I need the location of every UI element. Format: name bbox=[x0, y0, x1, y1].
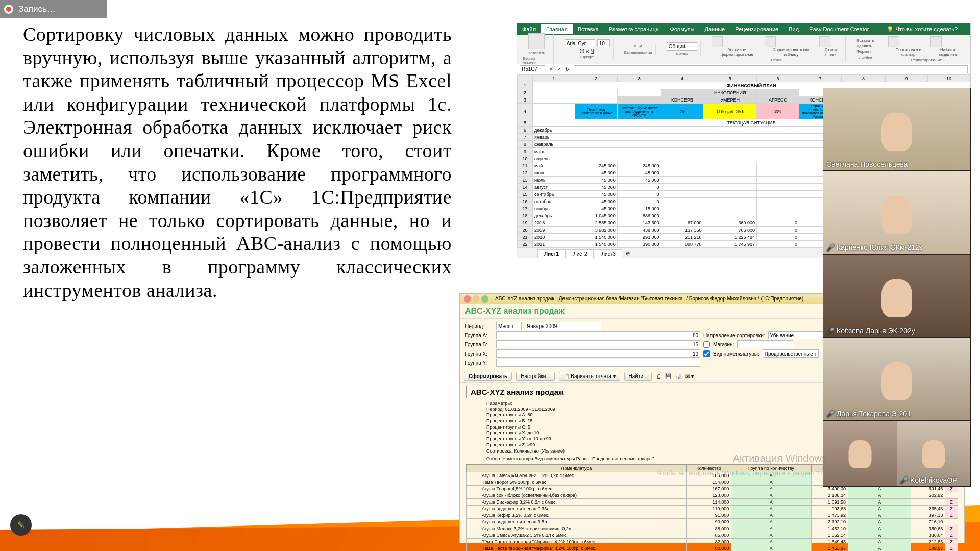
participant-name: KotelnikovaOP bbox=[910, 476, 958, 484]
styles-group: Условное форматирование Форматировать ка… bbox=[708, 36, 846, 62]
period-value[interactable] bbox=[525, 322, 601, 330]
find-icon[interactable] bbox=[930, 36, 942, 47]
participant-name: Карпенко Юлия ЭКм-212з bbox=[837, 243, 922, 252]
table-format-icon[interactable] bbox=[765, 36, 776, 47]
tab-home[interactable]: Главная bbox=[541, 24, 573, 34]
chart-icon[interactable]: 📊 bbox=[675, 373, 681, 379]
pen-tool-button[interactable]: ✎ bbox=[10, 514, 32, 536]
mic-muted-icon: 🎤 bbox=[826, 410, 835, 418]
tab-review[interactable]: Рецензирование bbox=[730, 24, 783, 34]
sort-icon[interactable] bbox=[888, 36, 899, 47]
avatar bbox=[881, 196, 912, 234]
recording-indicator: Запись… bbox=[0, 0, 107, 18]
avatar bbox=[881, 113, 912, 151]
close-icon[interactable] bbox=[464, 295, 471, 303]
number-group: Число bbox=[664, 42, 701, 56]
record-icon bbox=[4, 5, 13, 14]
fx-icon[interactable]: fx bbox=[566, 66, 570, 72]
participant-tile-split[interactable]: 🎤KotelnikovaOP bbox=[823, 420, 971, 487]
tab-edc[interactable]: Easy Document Creator bbox=[804, 24, 874, 34]
onec-window-title: ABC-XYZ анализ продаж - Демонстрационная… bbox=[495, 296, 803, 302]
wrap-icon[interactable]: ⤶ bbox=[639, 44, 643, 49]
font-size[interactable] bbox=[597, 39, 610, 47]
align-group: ≡⤶ Выравнивание bbox=[621, 44, 656, 55]
save-icon[interactable]: 💾 bbox=[665, 373, 671, 379]
group-y[interactable] bbox=[496, 359, 700, 367]
minimize-icon[interactable] bbox=[473, 295, 480, 303]
add-sheet-icon[interactable]: ⊕ bbox=[626, 251, 630, 256]
number-format[interactable] bbox=[667, 42, 697, 51]
underline-icon[interactable]: Ч bbox=[591, 48, 594, 54]
tab-data[interactable]: Данные bbox=[699, 24, 730, 34]
nomtype-input[interactable] bbox=[763, 349, 819, 358]
store-input[interactable] bbox=[737, 340, 793, 348]
settings-button[interactable]: Настройки... bbox=[516, 372, 554, 381]
participant-name: Кобзева Дарья ЭК-202у bbox=[837, 327, 915, 335]
tab-view[interactable]: Вид bbox=[783, 24, 804, 34]
group-b[interactable] bbox=[496, 340, 700, 348]
format-cells[interactable]: Формат bbox=[856, 49, 874, 54]
slide-body-text: Сортировку числовых данных можно проводи… bbox=[23, 23, 452, 302]
delete-cells[interactable]: Удалить bbox=[856, 44, 874, 49]
excel-ribbon-tabs: Файл Главная Вставка Разметка страницы Ф… bbox=[517, 23, 970, 35]
bold-icon[interactable]: Ж bbox=[580, 48, 584, 54]
run-button[interactable]: Сформировать bbox=[464, 372, 512, 381]
excel-toolbar: Вставить Буфер обмена Ж К Ч Шрифт ≡⤶ Выр… bbox=[517, 35, 970, 64]
mic-muted-icon: 🎤 bbox=[826, 327, 835, 335]
sheet-1[interactable]: Лист1 bbox=[537, 249, 566, 258]
participant-tile[interactable]: 🎤Карпенко Юлия ЭКм-212з bbox=[823, 171, 971, 254]
tab-layout[interactable]: Разметка страницы bbox=[604, 24, 665, 34]
sort-direction[interactable] bbox=[768, 331, 824, 339]
cancel-icon[interactable]: ✕ bbox=[549, 66, 553, 72]
mail-icon[interactable]: ✉ ▾ bbox=[685, 373, 694, 379]
avatar bbox=[849, 440, 872, 468]
participant-tile[interactable]: 🎤Кобзева Дарья ЭК-202у bbox=[823, 254, 971, 337]
mic-muted-icon: 🎤 bbox=[900, 477, 908, 484]
enter-icon[interactable]: ✓ bbox=[557, 66, 561, 72]
sheet-3[interactable]: Лист3 bbox=[595, 249, 622, 258]
maximize-icon[interactable] bbox=[481, 295, 488, 303]
group-a[interactable] bbox=[496, 331, 700, 339]
insert-cells[interactable]: Вставить bbox=[856, 38, 874, 43]
mic-muted-icon: 🎤 bbox=[826, 244, 835, 252]
cell-styles-icon[interactable] bbox=[819, 36, 830, 47]
participant-tile[interactable]: Светлана Новосельцева bbox=[823, 88, 971, 171]
paste-icon[interactable] bbox=[528, 33, 545, 49]
tab-file[interactable]: Файл bbox=[517, 24, 541, 34]
cells-group: Вставить Удалить Формат Ячейки bbox=[853, 38, 877, 60]
store-check[interactable] bbox=[703, 341, 710, 348]
tab-formulas[interactable]: Формулы bbox=[665, 24, 700, 34]
participant-name: Дарья Токарева Э-201 bbox=[837, 410, 911, 418]
italic-icon[interactable]: К bbox=[586, 48, 589, 54]
sheet-2[interactable]: Лист2 bbox=[567, 249, 594, 258]
variants-button[interactable]: 📋 Варианты отчета ▾ bbox=[559, 372, 620, 381]
participant-tile[interactable]: 🎤Дарья Токарева Э-201 bbox=[823, 337, 971, 420]
tell-me[interactable]: 💡 Что вы хотите сделать? bbox=[881, 24, 963, 34]
clipboard-group: Вставить Буфер обмена bbox=[520, 33, 554, 65]
font-name[interactable] bbox=[565, 39, 595, 47]
cond-format-icon[interactable] bbox=[712, 36, 723, 47]
formula-input[interactable] bbox=[574, 65, 968, 73]
font-group: Ж К Ч Шрифт bbox=[561, 39, 614, 59]
editing-group: Сортировка и фильтр Найти и выделить Ред… bbox=[885, 36, 968, 62]
participant-name: Светлана Новосельцева bbox=[826, 160, 908, 168]
participants-panel: Светлана Новосельцева 🎤Карпенко Юлия ЭКм… bbox=[823, 88, 971, 487]
avatar bbox=[881, 362, 912, 400]
report-title: ABC-XYZ анализ продаж bbox=[466, 386, 629, 398]
formula-bar: ✕ ✓ fx bbox=[517, 64, 970, 74]
print-icon[interactable]: 🖨 bbox=[656, 373, 661, 379]
avatar bbox=[881, 279, 912, 317]
period-type[interactable] bbox=[496, 322, 522, 330]
group-x[interactable] bbox=[496, 349, 700, 358]
align-icon[interactable]: ≡ bbox=[634, 44, 636, 49]
find-button[interactable]: Найти... bbox=[624, 372, 652, 381]
nomtype-check[interactable] bbox=[703, 350, 710, 357]
avatar bbox=[922, 440, 945, 468]
tab-insert[interactable]: Вставка bbox=[573, 24, 604, 34]
name-box[interactable] bbox=[520, 65, 545, 73]
recording-label: Запись… bbox=[18, 4, 56, 14]
